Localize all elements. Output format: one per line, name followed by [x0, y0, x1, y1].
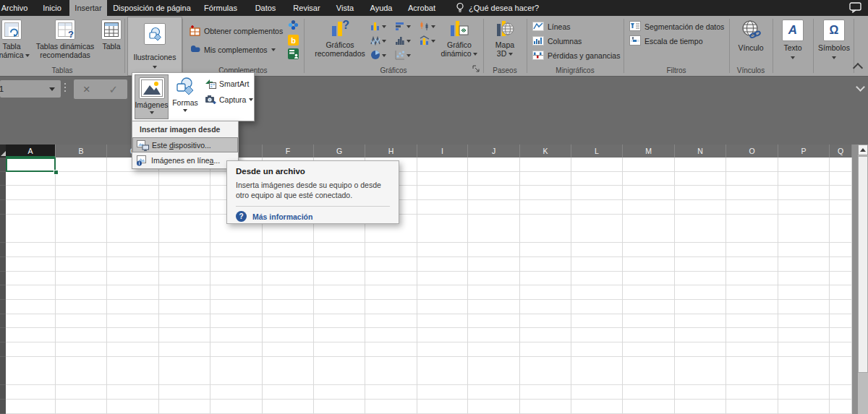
tell-me-label: ¿Qué desea hacer? [469, 4, 539, 12]
tab-insertar[interactable]: Insertar [69, 0, 107, 16]
chart-column-button[interactable] [370, 21, 386, 33]
column-P[interactable] [778, 158, 830, 414]
tab-inicio[interactable]: Inicio [35, 0, 69, 16]
recommended-pivot-button[interactable]: ? Tablas dinámicas recomendadas [32, 17, 98, 59]
column-N[interactable] [675, 158, 726, 414]
column-header-I[interactable]: I [417, 145, 468, 158]
screenshot-button[interactable]: Captura [205, 93, 253, 106]
column-header-A[interactable]: A [6, 145, 56, 158]
symbols-button[interactable]: Ω Símbolos [816, 17, 852, 59]
addin-bing-icon[interactable]: b [288, 35, 299, 46]
column-header-M[interactable]: M [623, 145, 675, 158]
addin-office-icon[interactable] [288, 20, 299, 32]
tell-me-box[interactable]: ¿Qué desea hacer? [456, 0, 539, 16]
menu-item-this-device[interactable]: Este dispositivo... [132, 137, 238, 152]
column-D[interactable] [159, 158, 210, 414]
enter-icon[interactable]: ✓ [109, 83, 119, 96]
vertical-scrollbar[interactable] [858, 145, 868, 414]
chart-bar-button[interactable] [395, 21, 411, 33]
sheet-grid[interactable] [0, 158, 852, 414]
sparkline-column-button[interactable]: Columnas [532, 35, 582, 48]
column-header-F[interactable]: F [263, 145, 314, 158]
tab-disposicion[interactable]: Disposición de página [107, 0, 197, 16]
chart-scatter-button[interactable] [395, 50, 411, 61]
tab-revisar[interactable]: Revisar [286, 0, 327, 16]
map-3d-button[interactable]: Mapa 3D [488, 17, 522, 58]
cancel-icon[interactable]: × [83, 83, 90, 95]
group-paseos: Mapa 3D Paseos [483, 16, 527, 75]
dialog-launcher-icon[interactable] [472, 65, 480, 73]
chart-stock-icon [420, 21, 430, 33]
scrollbar-thumb[interactable] [858, 156, 868, 373]
sparkline-line-button[interactable]: Líneas [532, 20, 571, 33]
chart-combo-button[interactable] [420, 35, 435, 47]
column-O[interactable] [726, 158, 778, 414]
formula-expand-icon[interactable] [856, 82, 865, 92]
sparkline-winloss-button[interactable]: Pérdidas y ganancias [532, 49, 620, 62]
excel-window: Archivo Inicio Insertar Disposición de p… [0, 0, 868, 414]
column-header-J[interactable]: J [468, 145, 520, 158]
shapes-button[interactable]: Formas [169, 74, 201, 119]
tab-acrobat[interactable]: Acrobat [399, 0, 444, 16]
pivot-chart-button[interactable]: Gráfico dinámico [438, 17, 480, 58]
column-header-H[interactable]: H [365, 145, 417, 158]
tab-formulas[interactable]: Fórmulas [197, 0, 244, 16]
column-I[interactable] [417, 158, 468, 414]
my-addins-button[interactable]: Mis complementos [190, 43, 276, 56]
select-all-corner[interactable] [0, 145, 6, 158]
tab-ayuda[interactable]: Ayuda [363, 0, 399, 16]
text-button[interactable]: A Texto [775, 17, 810, 59]
get-addins-button[interactable]: Obtener complementos [190, 25, 283, 38]
smartart-button[interactable]: SmartArt [205, 77, 249, 90]
column-J[interactable] [468, 158, 520, 414]
column-L[interactable] [571, 158, 623, 414]
chart-stock-button[interactable] [420, 21, 435, 33]
name-box[interactable]: A1 [0, 80, 61, 98]
column-Q[interactable] [830, 158, 852, 414]
slicer-button[interactable]: Segmentación de datos [629, 20, 724, 33]
images-button[interactable]: Imágenes [135, 74, 169, 119]
column-C[interactable] [107, 158, 159, 414]
table-button[interactable]: Tabla [98, 17, 124, 51]
row-headers[interactable] [0, 158, 6, 414]
column-A[interactable] [6, 158, 56, 414]
addin-shortcut-stack: b [288, 20, 299, 61]
menu-item-online-images[interactable]: Imágenes en línea... [132, 152, 238, 168]
scroll-up-button[interactable] [858, 145, 868, 155]
chart-pie-button[interactable] [370, 50, 386, 61]
collapse-ribbon-icon[interactable] [853, 63, 863, 73]
table-label: Tabla [102, 42, 120, 51]
column-header-P[interactable]: P [778, 145, 830, 158]
addin-people-icon[interactable] [288, 48, 299, 61]
column-header-K[interactable]: K [520, 145, 571, 158]
timeline-button[interactable]: Escala de tiempo [629, 35, 703, 48]
name-box-dropdown-icon[interactable] [49, 87, 55, 91]
column-B[interactable] [56, 158, 107, 414]
column-header-O[interactable]: O [726, 145, 778, 158]
fill-handle-icon[interactable] [54, 170, 59, 175]
tab-datos[interactable]: Datos [244, 0, 286, 16]
tab-vista[interactable]: Vista [327, 0, 363, 16]
pivot-table-button[interactable]: Tabla dinámica [0, 17, 33, 59]
group-minigraficos: Líneas Columnas Pérdidas y ganancias Min… [527, 16, 624, 75]
column-header-G[interactable]: G [314, 145, 365, 158]
chart-histogram-button[interactable] [395, 35, 411, 47]
column-header-B[interactable]: B [56, 145, 107, 158]
column-header-Q[interactable]: Q [830, 145, 852, 158]
help-link[interactable]: ? Más información [236, 211, 390, 222]
column-header-L[interactable]: L [571, 145, 623, 158]
chart-waterfall-button[interactable] [370, 35, 386, 47]
comment-icon[interactable] [849, 2, 862, 16]
tab-archivo[interactable]: Archivo [0, 0, 35, 16]
selected-cell[interactable] [6, 158, 56, 172]
recommended-charts-button[interactable]: ? Gráficos recomendados [310, 17, 370, 58]
column-M[interactable] [623, 158, 675, 414]
store-icon [190, 25, 200, 38]
illustrations-button[interactable]: Ilustraciones [127, 17, 182, 76]
column-header-N[interactable]: N [675, 145, 726, 158]
link-icon [741, 20, 761, 41]
slicer-label: Segmentación de datos [644, 22, 724, 31]
formula-bar-grip [64, 83, 66, 92]
column-K[interactable] [520, 158, 571, 414]
link-button[interactable]: Vínculo [733, 17, 768, 52]
